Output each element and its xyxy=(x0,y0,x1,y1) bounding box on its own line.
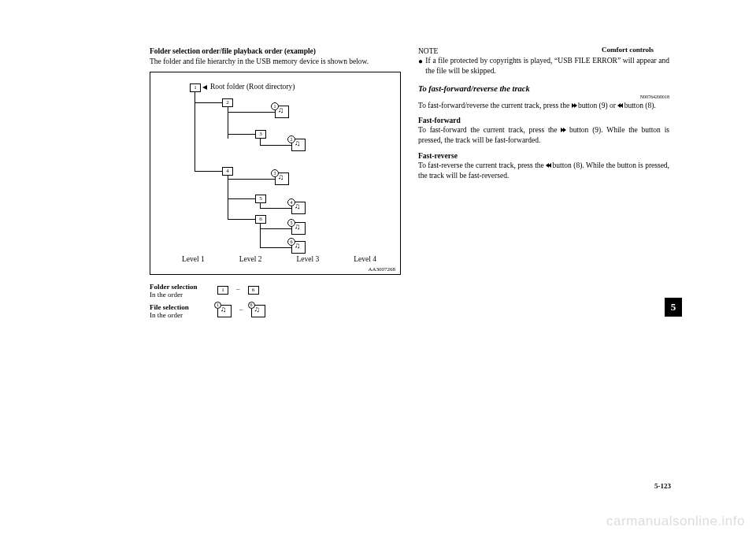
legend: Folder selection In the order 1 – 6 File… xyxy=(150,283,401,319)
file-number: 2 xyxy=(287,135,295,143)
bullet-icon: ● xyxy=(418,56,425,76)
intro-text: The folder and file hierarchy in the USB… xyxy=(150,57,401,67)
file-number: 6 xyxy=(287,238,295,246)
left-column: Folder selection order/file playback ord… xyxy=(150,47,401,324)
file-number: 5 xyxy=(287,219,295,227)
diagram-code: AA3007268 xyxy=(368,266,395,273)
folder-icon: 1 xyxy=(217,286,228,295)
music-file-icon: 1 xyxy=(217,305,232,317)
folder-icon: 1 xyxy=(190,83,201,92)
file-number: 1 xyxy=(214,302,221,309)
level-labels: Level 1 Level 2 Level 3 Level 4 xyxy=(182,255,376,263)
file-number: 3 xyxy=(271,169,279,177)
note-text: If a file protected by copyrights is pla… xyxy=(425,56,669,76)
paragraph: To fast-forward/reverse the current trac… xyxy=(418,101,669,111)
dash-separator: – xyxy=(239,305,243,313)
right-column: NOTE ● If a file protected by copyrights… xyxy=(418,47,669,324)
note-bullet: ● If a file protected by copyrights is p… xyxy=(418,56,669,76)
folder-icon: 6 xyxy=(248,286,259,295)
fast-forward-title: Fast-forward xyxy=(418,117,669,124)
folder-icon: 4 xyxy=(222,167,233,176)
section-tab: 5 xyxy=(665,298,682,317)
level-label: Level 4 xyxy=(354,255,376,263)
folder-icon: 6 xyxy=(255,215,266,224)
tree-graphic: 1 Root folder (Root directory) 2 1 3 xyxy=(157,79,394,252)
section-title: Folder selection order/file playback ord… xyxy=(150,47,401,55)
fast-forward-body: To fast-forward the current track, press… xyxy=(418,125,669,146)
note-label: NOTE xyxy=(418,47,669,55)
page-content: Folder selection order/file playback ord… xyxy=(0,0,756,347)
fast-reverse-title: Fast-reverse xyxy=(418,152,669,160)
folder-icon: 5 xyxy=(255,195,266,203)
file-selection-legend: File selection In the order 1 – 6 xyxy=(150,303,401,319)
legend-title: File selection xyxy=(150,303,189,311)
subheading: To fast-forward/reverse the track xyxy=(418,84,669,93)
legend-subtitle: In the order xyxy=(150,291,183,299)
file-number: 1 xyxy=(271,102,279,110)
level-label: Level 3 xyxy=(296,255,319,263)
folder-icon: 2 xyxy=(222,98,233,107)
folder-hierarchy-diagram: 1 Root folder (Root directory) 2 1 3 xyxy=(150,72,401,275)
file-number: 6 xyxy=(248,302,255,309)
music-file-icon: 6 xyxy=(251,305,265,317)
dash-separator: – xyxy=(236,284,240,292)
folder-selection-legend: Folder selection In the order 1 – 6 xyxy=(150,283,401,299)
page-number: 5-123 xyxy=(654,482,671,490)
reference-code: N00764200018 xyxy=(418,95,669,99)
legend-subtitle: In the order xyxy=(150,311,183,319)
level-label: Level 2 xyxy=(239,255,262,263)
watermark: carmanualsonline.info xyxy=(606,514,745,529)
fast-reverse-body: To fast-reverse the current track, press… xyxy=(418,161,669,181)
arrow-icon xyxy=(202,85,207,90)
level-label: Level 1 xyxy=(182,255,205,263)
legend-title: Folder selection xyxy=(150,283,198,291)
root-folder-label: Root folder (Root directory) xyxy=(210,83,295,91)
folder-icon: 3 xyxy=(255,130,266,139)
file-number: 4 xyxy=(287,198,295,206)
